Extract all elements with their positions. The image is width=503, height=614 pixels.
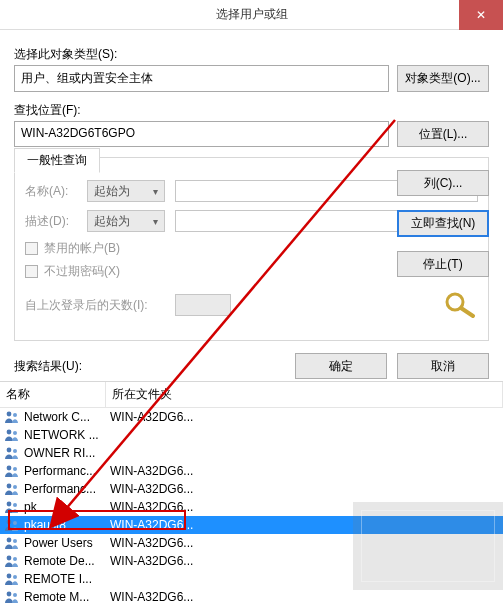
column-name[interactable]: 名称 [0, 382, 106, 407]
svg-point-22 [7, 592, 12, 597]
chevron-down-icon: ▾ [153, 186, 158, 197]
svg-point-21 [13, 575, 17, 579]
locations-button[interactable]: 位置(L)... [397, 121, 489, 147]
svg-point-13 [13, 503, 17, 507]
svg-point-12 [7, 502, 12, 507]
svg-point-6 [7, 448, 12, 453]
table-row[interactable]: Network C...WIN-A32DG6... [0, 408, 503, 426]
table-row[interactable]: NETWORK ... [0, 426, 503, 444]
row-folder: WIN-A32DG6... [110, 482, 499, 496]
svg-point-2 [7, 412, 12, 417]
no-expire-pw-label: 不过期密码(X) [44, 263, 120, 280]
svg-point-5 [13, 431, 17, 435]
row-name: Remote M... [24, 590, 110, 604]
days-since-logon-label: 自上次登录后的天数(I): [25, 297, 165, 314]
desc-mode-value: 起始为 [94, 213, 130, 230]
columns-button[interactable]: 列(C)... [397, 170, 489, 196]
desc-mode-combo[interactable]: 起始为 ▾ [87, 210, 165, 232]
principal-icon [4, 590, 20, 604]
row-name: Network C... [24, 410, 110, 424]
principal-icon [4, 554, 20, 568]
title-bar: 选择用户或组 ✕ [0, 0, 503, 30]
svg-point-10 [7, 484, 12, 489]
table-row[interactable]: Performanc...WIN-A32DG6... [0, 462, 503, 480]
principal-icon [4, 410, 20, 424]
common-query-tab[interactable]: 一般性查询 [14, 148, 100, 173]
svg-point-17 [13, 539, 17, 543]
svg-point-3 [13, 413, 17, 417]
row-name: Power Users [24, 536, 110, 550]
name-mode-combo[interactable]: 起始为 ▾ [87, 180, 165, 202]
table-row[interactable]: OWNER RI... [0, 444, 503, 462]
svg-point-9 [13, 467, 17, 471]
grid-header[interactable]: 名称 所在文件夹 [0, 382, 503, 408]
close-icon: ✕ [476, 8, 486, 22]
days-since-logon-stepper[interactable] [175, 294, 231, 316]
row-name: REMOTE I... [24, 572, 110, 586]
row-name: NETWORK ... [24, 428, 110, 442]
principal-icon [4, 464, 20, 478]
ok-button[interactable]: 确定 [295, 353, 387, 379]
disabled-accounts-checkbox[interactable] [25, 242, 38, 255]
principal-icon [4, 536, 20, 550]
cancel-button[interactable]: 取消 [397, 353, 489, 379]
svg-point-19 [13, 557, 17, 561]
row-name: Performanc... [24, 464, 110, 478]
svg-point-23 [13, 593, 17, 597]
svg-point-18 [7, 556, 12, 561]
svg-point-4 [7, 430, 12, 435]
svg-line-1 [461, 308, 473, 316]
desc-label: 描述(D): [25, 213, 77, 230]
location-field[interactable]: WIN-A32DG6T6GPO [14, 121, 389, 147]
row-name: pkaust8 [24, 518, 110, 532]
principal-icon [4, 500, 20, 514]
principal-icon [4, 446, 20, 460]
principal-icon [4, 482, 20, 496]
name-mode-value: 起始为 [94, 183, 130, 200]
object-type-label: 选择此对象类型(S): [14, 46, 489, 63]
row-folder: WIN-A32DG6... [110, 410, 499, 424]
chevron-down-icon: ▾ [153, 216, 158, 227]
location-label: 查找位置(F): [14, 102, 489, 119]
close-button[interactable]: ✕ [459, 0, 503, 30]
watermark-overlay [353, 502, 503, 590]
principal-icon [4, 518, 20, 532]
stop-button[interactable]: 停止(T) [397, 251, 489, 277]
name-label: 名称(A): [25, 183, 77, 200]
row-name: OWNER RI... [24, 446, 110, 460]
disabled-accounts-label: 禁用的帐户(B) [44, 240, 120, 257]
object-type-field[interactable]: 用户、组或内置安全主体 [14, 65, 389, 92]
svg-point-7 [13, 449, 17, 453]
svg-point-8 [7, 466, 12, 471]
svg-point-11 [13, 485, 17, 489]
table-row[interactable]: Performanc...WIN-A32DG6... [0, 480, 503, 498]
magnifier-icon [443, 290, 479, 321]
find-now-button[interactable]: 立即查找(N) [397, 210, 489, 237]
row-name: pk [24, 500, 110, 514]
principal-icon [4, 428, 20, 442]
window-title: 选择用户或组 [216, 6, 288, 23]
no-expire-pw-checkbox[interactable] [25, 265, 38, 278]
column-folder[interactable]: 所在文件夹 [106, 382, 503, 407]
row-folder: WIN-A32DG6... [110, 464, 499, 478]
principal-icon [4, 572, 20, 586]
table-row[interactable]: Remote M...WIN-A32DG6... [0, 588, 503, 606]
search-results-label: 搜索结果(U): [14, 358, 82, 375]
object-types-button[interactable]: 对象类型(O)... [397, 65, 489, 92]
row-name: Performanc... [24, 482, 110, 496]
svg-point-20 [7, 574, 12, 579]
svg-point-16 [7, 538, 12, 543]
row-folder: WIN-A32DG6... [110, 590, 499, 604]
row-name: Remote De... [24, 554, 110, 568]
svg-point-15 [13, 521, 17, 525]
svg-point-14 [7, 520, 12, 525]
